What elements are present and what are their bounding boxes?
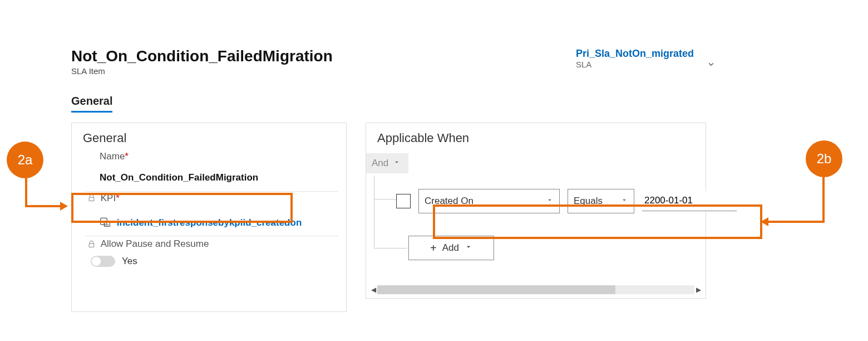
kpi-value-row: incident_firstresponsebykpiid_createdon [72, 206, 346, 236]
scroll-thumb[interactable] [377, 285, 615, 294]
kpi-label-row: KPI* [72, 192, 346, 207]
condition-value-input[interactable] [642, 191, 737, 211]
add-condition-button[interactable]: + Add [408, 236, 494, 260]
plus-icon: + [430, 242, 437, 254]
tab-bar: General [56, 95, 722, 113]
annotation-arrowhead [60, 202, 68, 211]
add-button-label: Add [442, 242, 459, 254]
condition-operator-select[interactable]: Equals [568, 189, 634, 213]
annotation-connector [822, 177, 825, 223]
tree-line [374, 199, 396, 199]
kpi-entity-icon [100, 216, 111, 230]
required-marker: * [125, 151, 129, 162]
tab-general[interactable]: General [71, 95, 112, 113]
condition-operator-value: Equals [574, 196, 603, 207]
required-marker: * [116, 193, 120, 203]
header-lookup-link[interactable]: Pri_Sla_NotOn_migrated [576, 48, 694, 60]
name-label: Name* [72, 150, 346, 164]
chevron-down-icon [546, 196, 554, 207]
condition-field-value: Created On [425, 196, 474, 207]
condition-checkbox[interactable] [396, 194, 411, 208]
chevron-down-icon [393, 158, 401, 169]
annotation-label-2a: 2a [18, 152, 33, 168]
group-operator-button[interactable]: And [366, 153, 408, 173]
allow-pause-row: Allow Pause and Resume [72, 236, 346, 250]
horizontal-scrollbar[interactable]: ◀ ▶ [369, 285, 702, 295]
general-panel-title: General [72, 123, 346, 150]
scroll-right-arrow[interactable]: ▶ [694, 286, 702, 294]
applicable-when-title: Applicable When [366, 123, 706, 150]
header-lookup-sub: SLA [576, 60, 694, 69]
chevron-down-icon [465, 242, 472, 254]
header-expand-button[interactable] [706, 59, 716, 71]
lock-icon [87, 193, 98, 203]
kpi-link[interactable]: incident_firstresponsebykpiid_createdon [117, 217, 302, 228]
annotation-connector [25, 178, 27, 207]
tree-line [374, 248, 407, 249]
applicable-when-panel: Applicable When And Created On Equals [366, 123, 706, 299]
annotation-circle-2a: 2a [7, 142, 43, 178]
name-label-text: Name [100, 151, 125, 162]
header-lookup[interactable]: Pri_Sla_NotOn_migrated SLA [576, 48, 694, 69]
tree-line [374, 176, 374, 248]
scroll-track[interactable] [377, 285, 694, 294]
annotation-connector [768, 221, 825, 223]
allow-pause-label: Allow Pause and Resume [101, 238, 209, 249]
group-operator-label: And [372, 158, 388, 169]
allow-pause-toggle[interactable] [91, 256, 115, 267]
chevron-down-icon [620, 196, 628, 207]
condition-field-select[interactable]: Created On [418, 189, 560, 213]
annotation-connector [25, 205, 61, 207]
kpi-label-text: KPI [101, 193, 116, 203]
lock-icon [87, 239, 98, 250]
form-header: Not_On_Condition_FailedMigration SLA Ite… [56, 42, 722, 76]
form-frame: Not_On_Condition_FailedMigration SLA Ite… [56, 42, 722, 327]
annotation-label-2b: 2b [817, 151, 832, 167]
condition-row: Created On Equals [396, 189, 737, 213]
allow-pause-value: Yes [122, 256, 137, 267]
name-input[interactable]: Not_On_Condition_FailedMigration [72, 164, 346, 191]
annotation-arrowhead [761, 217, 768, 226]
general-panel: General Name* Not_On_Condition_FailedMig… [71, 123, 347, 312]
allow-pause-toggle-row: Yes [72, 250, 346, 267]
scroll-left-arrow[interactable]: ◀ [369, 286, 377, 294]
annotation-circle-2b: 2b [806, 140, 842, 177]
